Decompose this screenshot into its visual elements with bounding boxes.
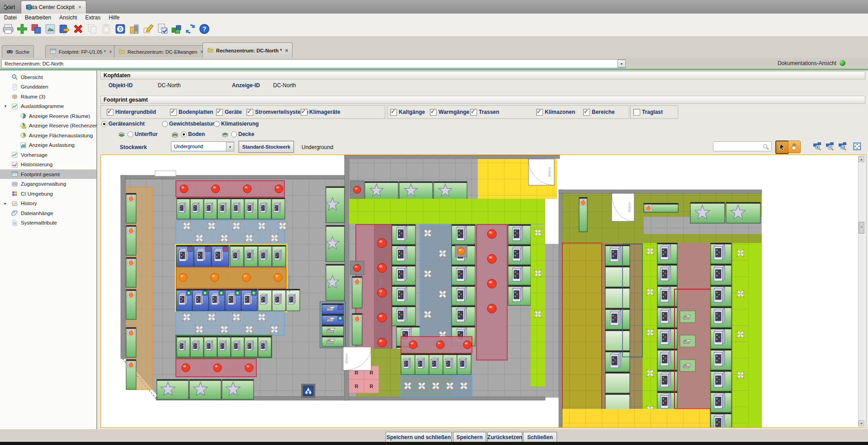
close-icon[interactable]: × — [108, 49, 112, 55]
plan-racks[interactable] — [322, 336, 344, 347]
radio-decke[interactable] — [231, 131, 237, 137]
menu-item-datei[interactable]: Datei — [0, 14, 21, 21]
plan-racks[interactable] — [401, 354, 471, 375]
delete-icon[interactable] — [72, 23, 84, 35]
doc-tab-1[interactable]: Footprint: FP-U1.05 *× — [45, 45, 117, 58]
scroll-down-icon[interactable]: ▼ — [859, 420, 864, 426]
floorplan-svg[interactable]: 900mmRRRR900mm◄ 999kg/qm◄ 999kg/qm900mm — [101, 155, 859, 427]
plan-racks[interactable] — [176, 245, 229, 267]
sidebar-item-anzeige-reserve-räume-[interactable]: Anzeige Reserve (Räume) — [0, 111, 96, 121]
add-icon[interactable] — [16, 23, 28, 35]
help-icon[interactable]: ? — [198, 23, 210, 35]
building-icon[interactable] — [128, 23, 140, 35]
close-icon[interactable]: × — [77, 4, 81, 10]
image-icon[interactable] — [44, 23, 56, 35]
plan-racks[interactable] — [322, 325, 344, 336]
button-speichern[interactable]: Speichern — [453, 432, 486, 442]
expander-right-icon[interactable]: ► — [4, 201, 8, 206]
sidebar-item-systemattribute[interactable]: iSystemattribute — [0, 218, 96, 228]
radio-gewichtsbelastung[interactable] — [162, 121, 168, 127]
search-input[interactable] — [715, 143, 762, 151]
radio-geräteansicht[interactable] — [101, 121, 107, 127]
radio-unterflur[interactable] — [127, 131, 133, 137]
standard-stockwerk-button[interactable]: Standard-Stockwerk — [239, 141, 294, 153]
sidebar-item-ci-umgebung[interactable]: CI Umgebung — [0, 189, 96, 198]
plan-racks[interactable] — [365, 182, 467, 200]
plan-door[interactable]: 900mm — [343, 347, 371, 370]
sidebar-item-zugangsverwaltung[interactable]: Zugangsverwaltung — [0, 179, 96, 189]
context-dropdown[interactable]: Rechenzentrum: DC-North — [1, 59, 628, 68]
plan-racks[interactable] — [176, 289, 257, 311]
sidebar-item-dateianhänge[interactable]: Dateianhänge — [0, 208, 96, 218]
checkbox-hintergrundbild[interactable] — [107, 109, 113, 116]
plan-racks[interactable] — [322, 314, 344, 325]
checkbox-klimazonen[interactable] — [536, 109, 543, 116]
fit-tool-button[interactable] — [851, 141, 863, 152]
plan-racks[interactable] — [157, 379, 254, 399]
sidebar-item-vorhersage[interactable]: Vorhersage — [0, 150, 96, 159]
zoom11-tool-button[interactable]: 1:1 — [837, 141, 849, 152]
plan-racks[interactable] — [579, 197, 587, 232]
plan-door[interactable]: 900mm — [612, 193, 634, 221]
checkbox-bodenplatten[interactable] — [170, 109, 177, 116]
sign-icon[interactable] — [142, 23, 154, 35]
doc-tab-2[interactable]: Rechenzentrum: DC-Ellwangen× — [114, 45, 208, 58]
sidebar-item-anzeige-reserve-rechenzentrum-[interactable]: Anzeige Reserve (Rechenzentrum) — [0, 121, 96, 131]
checkbox-warmgänge[interactable] — [430, 109, 437, 116]
open-run-icon[interactable] — [58, 23, 70, 35]
expander-down-icon[interactable]: ▼ — [4, 104, 8, 108]
checkbox-trassen[interactable] — [470, 109, 477, 116]
zoomin-tool-button[interactable] — [811, 141, 823, 152]
plan-racks[interactable] — [177, 336, 271, 357]
cubes-icon[interactable] — [170, 23, 182, 35]
checkbox-kaltgänge[interactable] — [390, 109, 397, 116]
sidebar-item-räume-3-[interactable]: Räume (3) — [0, 92, 96, 101]
sidebar-item-übersicht[interactable]: Übersicht — [0, 72, 96, 82]
doc-check-icon[interactable] — [156, 23, 168, 35]
checkbox-geräte[interactable] — [216, 109, 223, 116]
checkbox-klimageräte[interactable] — [301, 109, 307, 116]
cursor-tool-button[interactable] — [775, 141, 789, 154]
plan-racks[interactable] — [258, 289, 300, 311]
scroll-up-icon[interactable]: ▲ — [859, 156, 864, 162]
plan-racks[interactable] — [326, 187, 344, 300]
plan-racks[interactable] — [322, 304, 344, 314]
doc-tab-3[interactable]: Rechenzentrum: DC-North *× — [203, 42, 292, 58]
sidebar-item-footprint-gesamt[interactable]: Footprint gesamt — [0, 169, 96, 179]
zoomout-tool-button[interactable] — [824, 141, 836, 152]
chevron-down-icon[interactable]: ▼ — [618, 60, 626, 68]
button-zurücksetzen[interactable]: Zurücksetzen — [487, 432, 522, 442]
close-icon[interactable]: × — [284, 47, 288, 54]
plan-racks[interactable] — [392, 225, 415, 326]
plan-racks[interactable] — [644, 203, 678, 212]
info-icon[interactable]: 0 — [114, 23, 126, 35]
sidebar-item-anzeige-flächenauslastung[interactable]: Anzeige Flächenauslastung — [0, 131, 96, 140]
floor-dropdown[interactable]: Underground — [171, 141, 234, 151]
refresh-icon[interactable] — [184, 23, 196, 35]
menu-item-hilfe[interactable]: Hilfe — [104, 14, 123, 21]
radio-klimatisierung[interactable] — [214, 121, 220, 127]
button-speichern-und-schließen[interactable]: Speichern und schließen — [386, 432, 452, 442]
sidebar-item-anzeige-auslastung[interactable]: Anzeige Auslastung — [0, 141, 96, 150]
floorplan-canvas[interactable]: 900mmRRRR900mm◄ 999kg/qm◄ 999kg/qm900mm … — [100, 155, 866, 428]
checkbox-traglast[interactable] — [633, 109, 640, 116]
menu-item-extras[interactable]: Extras — [81, 14, 104, 21]
plan-cells[interactable] — [711, 243, 731, 427]
menu-item-ansicht[interactable]: Ansicht — [55, 14, 81, 21]
doc-tab-0[interactable]: Suche — [2, 45, 34, 58]
sidebar-item-history[interactable]: ►History — [0, 199, 96, 208]
app-tab[interactable]: Data Center Cockpit × — [21, 0, 86, 14]
sidebar-item-grunddaten[interactable]: Grunddaten — [0, 82, 96, 92]
scrollbar-thumb[interactable] — [859, 222, 864, 234]
search-icon[interactable] — [762, 143, 769, 152]
print-icon[interactable] — [2, 23, 14, 35]
radio-boden[interactable] — [181, 131, 187, 137]
plan-vertical-scrollbar[interactable]: ▲ ▼ — [858, 156, 865, 426]
hand-tool-button[interactable] — [788, 141, 801, 153]
plan-door[interactable]: 900mm — [528, 159, 554, 185]
menu-item-bearbeiten[interactable]: Bearbeiten — [21, 14, 55, 21]
sidebar-item-historisierung[interactable]: Historisierung — [0, 160, 96, 169]
checkbox-bereiche[interactable] — [583, 109, 590, 116]
start-tab[interactable]: Start — [0, 1, 19, 14]
sidebar-item-auslastdiagramme[interactable]: ▼Auslastdiagramme — [0, 102, 96, 111]
